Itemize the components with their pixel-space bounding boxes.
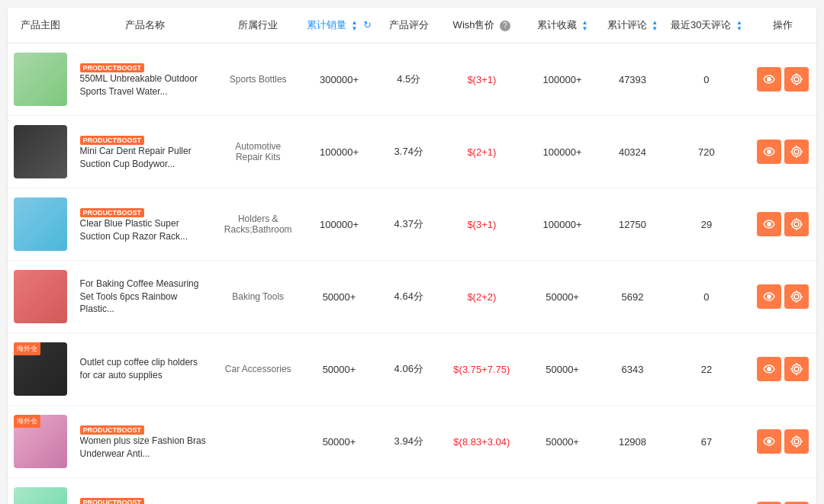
action-cell [748, 116, 816, 188]
table-row: PRODUCTBOOSTMini Car Dent Repair Puller … [8, 116, 816, 188]
wish-price-cell[interactable]: $(3.75+7.75) [439, 333, 524, 406]
sales-cell: 50000+ [301, 406, 378, 478]
table-row: PRODUCTBOOST550ML Unbreakable Outdoor Sp… [8, 43, 816, 116]
industry-cell: Automotive Repair Kits [216, 116, 301, 188]
view-button[interactable] [757, 140, 781, 164]
table-header-row: 产品主图 产品名称 所属行业 累计销量 ▲▼ ↻ 产品评分 [8, 8, 816, 43]
sales-sort-icon: ▲▼ [352, 20, 358, 32]
svg-point-14 [767, 222, 771, 226]
svg-point-9 [794, 149, 799, 154]
product-thumb-cell: 海外仓 [8, 333, 74, 406]
header-thumb: 产品主图 [8, 8, 74, 43]
reviews-cell: 6343 [600, 333, 664, 406]
product-name-cell: PRODUCTBOOSTWomen plus size Fashion Bras… [74, 406, 216, 478]
svg-point-21 [767, 294, 771, 299]
wish-price-cell[interactable]: $(3+1) [439, 43, 524, 116]
revenue-cell: 100000+ [524, 188, 601, 261]
sales-cell: 100000+ [301, 116, 378, 188]
wish-price-cell[interactable]: $(2+2) [439, 261, 524, 333]
sales-refresh-icon[interactable]: ↻ [363, 19, 372, 30]
recent-reviews-cell: 0 [665, 43, 749, 116]
target-button[interactable] [784, 284, 809, 309]
svg-point-7 [767, 149, 771, 154]
product-thumb-cell [8, 478, 74, 505]
view-button[interactable] [757, 212, 781, 236]
product-table: 产品主图 产品名称 所属行业 累计销量 ▲▼ ↻ 产品评分 [8, 8, 816, 504]
product-thumb-cell [8, 43, 74, 116]
wish-price-cell[interactable]: $(3+1) [439, 188, 524, 261]
view-button[interactable] [757, 357, 781, 381]
revenue-cell: 50000+ [524, 333, 601, 406]
revenue-cell: 100000+ [524, 478, 601, 505]
target-button[interactable] [784, 212, 809, 236]
table-row: PRODUCTBOOSTClear Blue Plastic Super Suc… [8, 188, 816, 261]
view-button[interactable] [757, 67, 781, 91]
reviews-cell: 40324 [600, 116, 664, 188]
target-button[interactable] [784, 357, 809, 381]
industry-cell: Holders & Racks;Bathroom [216, 188, 301, 261]
recent-reviews-cell: 720 [665, 116, 749, 188]
header-wish-price: Wish售价 ? [439, 8, 524, 43]
view-button[interactable] [757, 284, 781, 309]
svg-point-37 [794, 439, 799, 444]
svg-point-30 [794, 367, 799, 371]
sales-cell: 300000+ [301, 43, 378, 116]
product-name-text: 550ML Unbreakable Outdoor Sports Travel … [80, 72, 210, 98]
product-thumbnail [14, 487, 67, 504]
action-cell [748, 261, 816, 333]
productboost-badge: PRODUCTBOOST [80, 498, 145, 504]
product-table-wrapper: 产品主图 产品名称 所属行业 累计销量 ▲▼ ↻ 产品评分 [8, 8, 816, 504]
product-name-text: Clear Blue Plastic Super Suction Cup Raz… [80, 217, 210, 243]
sales-cell: 50000+ [301, 478, 378, 505]
reviews-cell: 12750 [600, 188, 664, 261]
wish-price-cell[interactable]: $(2+1) [439, 478, 524, 505]
target-button[interactable] [784, 140, 809, 164]
revenue-cell: 50000+ [524, 406, 601, 478]
wish-price-cell[interactable]: $(8.83+3.04) [439, 406, 524, 478]
product-name-cell: PRODUCTBOOSTPortable Travel Toothpaste T… [74, 478, 216, 505]
revenue-cell: 100000+ [524, 116, 601, 188]
action-cell [748, 478, 816, 505]
revenue-sort-icon: ▲▼ [581, 20, 587, 32]
recent-reviews-cell: 67 [665, 406, 749, 478]
svg-point-8 [792, 147, 801, 156]
sales-cell: 50000+ [301, 261, 378, 333]
recent-reviews-cell: 0 [665, 261, 749, 333]
target-button[interactable] [784, 67, 809, 91]
header-sales[interactable]: 累计销量 ▲▼ ↻ [301, 8, 378, 43]
wish-price-cell[interactable]: $(2+1) [439, 116, 524, 188]
svg-point-35 [767, 439, 771, 444]
productboost-badge: PRODUCTBOOST [80, 425, 145, 435]
product-thumbnail [14, 53, 67, 106]
reviews-cell: 5692 [600, 261, 664, 333]
product-thumbnail [14, 270, 67, 323]
reviews-cell: 12908 [600, 406, 664, 478]
haiwai-badge: 海外仓 [14, 415, 40, 428]
product-name-cell: Outlet cup coffee clip holders for car a… [74, 333, 216, 406]
svg-point-23 [794, 294, 799, 299]
svg-point-1 [792, 75, 801, 84]
product-name-cell: PRODUCTBOOSTClear Blue Plastic Super Suc… [74, 188, 216, 261]
action-cell [748, 333, 816, 406]
haiwai-badge: 海外仓 [14, 342, 40, 355]
sales-cell: 100000+ [301, 188, 378, 261]
reviews-sort-icon: ▲▼ [652, 20, 658, 32]
industry-cell: Sports Bottles [216, 43, 301, 116]
target-button[interactable] [784, 429, 809, 454]
view-button[interactable] [757, 429, 781, 454]
action-cell [748, 188, 816, 261]
rating-cell: 4.5分 [378, 478, 439, 505]
rating-cell: 4.06分 [378, 333, 439, 406]
table-row: PRODUCTBOOSTPortable Travel Toothpaste T… [8, 478, 816, 505]
revenue-cell: 50000+ [524, 261, 601, 333]
product-thumb-cell [8, 116, 74, 188]
reviews-cell: 16661 [600, 478, 664, 505]
product-thumb-cell [8, 261, 74, 333]
svg-point-16 [794, 222, 799, 226]
wish-price-help-icon[interactable]: ? [500, 21, 510, 31]
rating-cell: 4.64分 [378, 261, 439, 333]
header-revenue: 累计收藏 ▲▼ [524, 8, 601, 43]
industry-cell: Car Accessories [216, 333, 301, 406]
revenue-cell: 100000+ [524, 43, 601, 116]
product-name-text: Mini Car Dent Repair Puller Suction Cup … [80, 145, 210, 171]
